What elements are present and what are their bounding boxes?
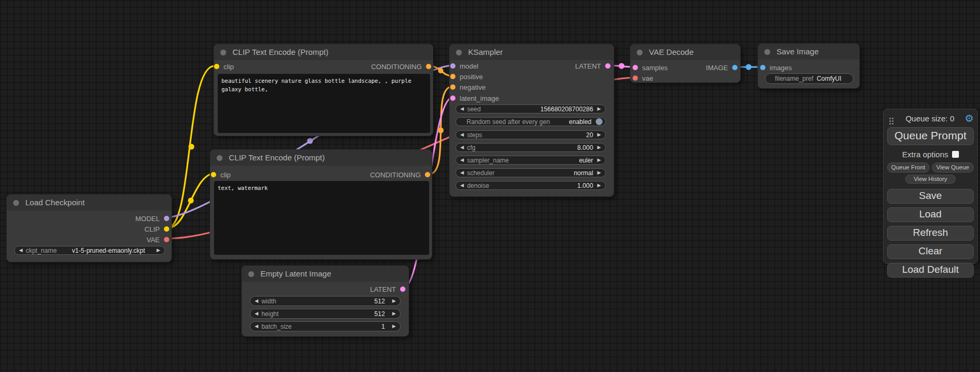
port-dot-negative[interactable]: [450, 84, 455, 90]
output-port-vae[interactable]: VAE: [7, 235, 169, 244]
prompt-textarea[interactable]: text, watermark: [214, 181, 429, 255]
node-title: Save Image: [777, 47, 819, 56]
link-dot-latent: [619, 63, 625, 69]
output-port-clip[interactable]: CLIP: [7, 224, 169, 234]
widget-scheduler[interactable]: ◀ scheduler normal ▶: [455, 168, 606, 177]
input-port-negative[interactable]: negative: [450, 82, 486, 92]
load-default-button[interactable]: Load Default: [887, 263, 974, 278]
output-port-latent[interactable]: LATENT: [242, 284, 405, 294]
output-port-latent[interactable]: LATENT: [450, 61, 610, 71]
node-clip-text-encode-negative[interactable]: CLIP Text Encode (Prompt) clip CONDITION…: [210, 149, 432, 260]
node-title-bar[interactable]: CLIP Text Encode (Prompt): [210, 150, 432, 166]
port-dot-conditioning[interactable]: [426, 64, 431, 69]
left-arrow-icon[interactable]: ◀: [460, 158, 464, 163]
port-dot-positive[interactable]: [450, 74, 455, 79]
extra-options-checkbox[interactable]: [952, 151, 959, 158]
collapse-dot-icon[interactable]: [248, 271, 254, 277]
node-empty-latent-image[interactable]: Empty Latent Image LATENT ◀ width 512 ▶ …: [241, 265, 409, 337]
refresh-button[interactable]: Refresh: [887, 226, 974, 241]
widget-width[interactable]: ◀ width 512 ▶: [250, 296, 401, 306]
settings-gear-icon[interactable]: ⚙: [965, 113, 974, 123]
collapse-dot-icon[interactable]: [217, 155, 222, 161]
right-arrow-icon[interactable]: ▶: [597, 107, 601, 111]
output-port-model[interactable]: MODEL: [7, 214, 169, 223]
left-arrow-icon[interactable]: ◀: [19, 248, 23, 253]
port-dot-image[interactable]: [732, 65, 738, 70]
output-port-image[interactable]: IMAGE: [630, 63, 738, 72]
port-dot-vae[interactable]: [633, 75, 638, 81]
right-arrow-icon[interactable]: ▶: [157, 248, 160, 253]
node-title-bar[interactable]: CLIP Text Encode (Prompt): [214, 44, 433, 60]
widget-denoise[interactable]: ◀ denoise 1.000 ▶: [455, 181, 606, 190]
port-dot-latent[interactable]: [400, 287, 405, 292]
widget-height[interactable]: ◀ height 512 ▶: [250, 309, 401, 319]
port-dot-conditioning[interactable]: [425, 172, 430, 177]
left-arrow-icon[interactable]: ◀: [460, 183, 464, 188]
node-clip-text-encode-positive[interactable]: CLIP Text Encode (Prompt) clip CONDITION…: [214, 44, 433, 136]
link-dot-clip2: [188, 198, 194, 204]
port-dot-images[interactable]: [760, 65, 765, 70]
input-port-latent-image[interactable]: latent_image: [450, 93, 499, 103]
collapse-dot-icon[interactable]: [13, 200, 19, 206]
collapse-dot-icon[interactable]: [637, 50, 643, 55]
input-port-vae[interactable]: vae: [633, 73, 653, 83]
node-title-bar[interactable]: Save Image: [758, 44, 859, 60]
port-dot-model[interactable]: [164, 216, 169, 221]
left-arrow-icon[interactable]: ◀: [255, 311, 258, 316]
save-button[interactable]: Save: [887, 189, 974, 204]
queue-size-label: Queue size: 0: [895, 114, 965, 123]
input-port-images[interactable]: images: [760, 63, 792, 72]
node-vae-decode[interactable]: VAE Decode samples vae IMAGE: [630, 44, 741, 83]
drag-handle-icon[interactable]: [889, 118, 891, 119]
left-arrow-icon[interactable]: ◀: [255, 299, 258, 303]
right-arrow-icon[interactable]: ▶: [597, 132, 601, 137]
node-title-bar[interactable]: VAE Decode: [630, 44, 740, 60]
node-title-bar[interactable]: KSampler: [450, 44, 614, 60]
node-load-checkpoint[interactable]: Load Checkpoint MODEL CLIP VAE ◀ ckpt_na…: [6, 194, 172, 262]
widget-filename-prefix[interactable]: filename_prefix ComfyUI: [765, 73, 853, 84]
widget-steps[interactable]: ◀ steps 20 ▶: [455, 130, 606, 139]
left-arrow-icon[interactable]: ◀: [460, 170, 464, 175]
widget-random-seed-toggle[interactable]: Random seed after every gen enabled: [455, 117, 606, 126]
widget-ckpt-name[interactable]: ◀ ckpt_name v1-5-pruned-emaonly.ckpt ▶: [14, 246, 165, 255]
right-arrow-icon[interactable]: ▶: [392, 311, 396, 316]
widget-cfg[interactable]: ◀ cfg 8.000 ▶: [455, 143, 606, 152]
left-arrow-icon[interactable]: ◀: [460, 145, 464, 150]
port-dot-clip[interactable]: [164, 226, 169, 232]
node-title-bar[interactable]: Empty Latent Image: [242, 266, 409, 282]
queue-front-button[interactable]: Queue Front: [887, 163, 929, 173]
node-ksampler[interactable]: KSampler model positive negative latent_…: [449, 44, 614, 197]
port-dot-latent-image[interactable]: [450, 96, 455, 101]
node-title-bar[interactable]: Load Checkpoint: [7, 195, 171, 211]
right-arrow-icon[interactable]: ▶: [597, 145, 601, 150]
prompt-textarea[interactable]: beautiful scenery nature glass bottle la…: [218, 74, 430, 133]
right-arrow-icon[interactable]: ▶: [597, 183, 601, 188]
left-arrow-icon[interactable]: ◀: [460, 107, 464, 111]
left-arrow-icon[interactable]: ◀: [255, 324, 258, 329]
left-arrow-icon[interactable]: ◀: [460, 132, 464, 137]
port-dot-latent[interactable]: [605, 63, 610, 69]
graph-canvas[interactable]: Load Checkpoint MODEL CLIP VAE ◀ ckpt_na…: [0, 0, 980, 372]
collapse-dot-icon[interactable]: [764, 49, 770, 55]
node-save-image[interactable]: Save Image images filename_prefix ComfyU…: [758, 43, 860, 89]
view-queue-button[interactable]: View Queue: [932, 163, 974, 173]
collapse-dot-icon[interactable]: [456, 50, 462, 55]
right-arrow-icon[interactable]: ▶: [597, 158, 601, 163]
right-arrow-icon[interactable]: ▶: [392, 299, 396, 303]
queue-prompt-button[interactable]: Queue Prompt: [887, 127, 974, 145]
widget-batch-size[interactable]: ◀ batch_size 1 ▶: [250, 321, 401, 331]
input-port-positive[interactable]: positive: [450, 72, 483, 81]
view-history-button[interactable]: View History: [905, 175, 956, 184]
right-arrow-icon[interactable]: ▶: [597, 170, 601, 175]
right-arrow-icon[interactable]: ▶: [392, 324, 396, 329]
output-port-conditioning[interactable]: CONDITIONING: [214, 62, 431, 71]
link-dot-model: [307, 138, 313, 144]
widget-seed[interactable]: ◀ seed 156680208700286 ▶: [455, 104, 606, 113]
clear-button[interactable]: Clear: [887, 244, 974, 259]
port-dot-vae[interactable]: [164, 237, 169, 242]
load-button[interactable]: Load: [887, 207, 974, 222]
output-port-conditioning[interactable]: CONDITIONING: [210, 170, 430, 179]
collapse-dot-icon[interactable]: [220, 50, 226, 55]
toggle-circle-icon[interactable]: [596, 118, 603, 125]
widget-sampler-name[interactable]: ◀ sampler_name euler ▶: [455, 156, 606, 165]
